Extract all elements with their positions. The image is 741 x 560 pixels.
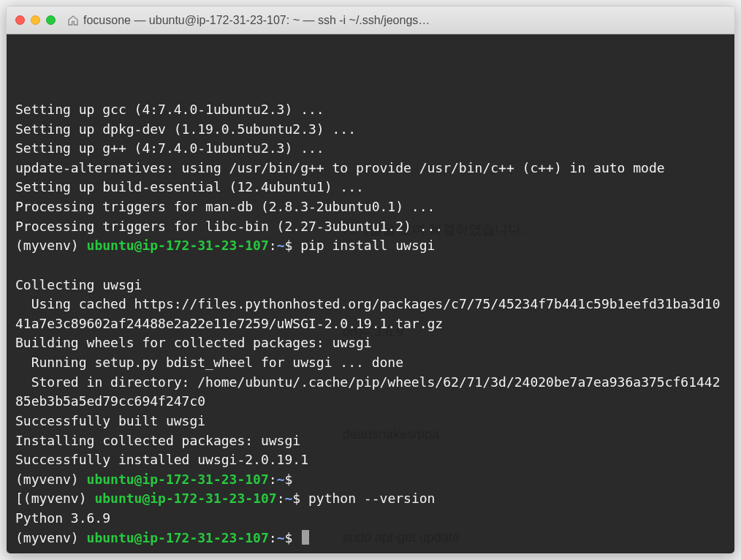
output-line: update-alternatives: using /usr/bin/g++ … (15, 160, 665, 175)
maximize-button[interactable] (46, 15, 56, 25)
home-icon (67, 15, 79, 26)
close-button[interactable] (15, 15, 25, 25)
titlebar[interactable]: focusone — ubuntu@ip-172-31-23-107: ~ — … (7, 7, 734, 34)
output-line: Processing triggers for libc-bin (2.27-3… (15, 219, 443, 234)
venv-indicator: (myvenv) (15, 238, 79, 253)
output-line: Successfully built uwsgi (15, 413, 205, 428)
output-line: Setting up g++ (4:7.4.0-1ubuntu2.3) ... (15, 140, 324, 156)
command: python --version (308, 491, 435, 506)
path: ~ (277, 238, 285, 253)
path: ~ (284, 491, 292, 506)
output-line: Setting up dpkg-dev (1.19.0.5ubuntu2.3) … (15, 121, 356, 137)
terminal-window: focusone — ubuntu@ip-172-31-23-107: ~ — … (6, 6, 735, 554)
output-line: Running setup.py bdist_wheel for uwsgi .… (15, 355, 403, 370)
output-line: Python 3.6.9 (15, 510, 110, 526)
command: pip install uwsgi (300, 238, 435, 253)
user-host: ubuntu@ip-172-31-23-107 (94, 491, 276, 506)
output-line: Collecting uwsgi (15, 277, 142, 292)
traffic-lights (15, 15, 56, 25)
path: ~ (277, 530, 285, 545)
output-line: Building wheels for collected packages: … (15, 335, 372, 350)
user-host: ubuntu@ip-172-31-23-107 (87, 238, 269, 253)
venv-indicator: (myvenv) (15, 530, 79, 545)
user-host: ubuntu@ip-172-31-23-107 (87, 472, 269, 487)
venv-indicator: (myvenv) (23, 491, 87, 506)
output-line: Setting up gcc (4:7.4.0-1ubuntu2.3) ... (15, 102, 324, 117)
terminal-content: Setting up gcc (4:7.4.0-1ubuntu2.3) ... … (15, 100, 726, 548)
output-line: Setting up build-essential (12.4ubuntu1)… (15, 179, 364, 194)
venv-indicator: (myvenv) (15, 472, 79, 487)
output-line: Stored in directory: /home/ubuntu/.cache… (15, 374, 721, 409)
output-line: Processing triggers for man-db (2.8.3-2u… (15, 199, 435, 214)
minimize-button[interactable] (31, 15, 40, 25)
cursor (302, 530, 309, 545)
output-line: Using cached https://files.pythonhosted.… (15, 296, 721, 331)
path: ~ (277, 472, 285, 487)
terminal-body[interactable]: 게시글을 보며 해결하였습니다. on은 3.6.9 deadsnakes/pp… (7, 34, 734, 553)
user-host: ubuntu@ip-172-31-23-107 (87, 530, 269, 545)
window-title: focusone — ubuntu@ip-172-31-23-107: ~ — … (83, 14, 726, 27)
output-line: Installing collected packages: uwsgi (15, 433, 300, 448)
output-line: Successfully installed uwsgi-2.0.19.1 (15, 452, 308, 467)
